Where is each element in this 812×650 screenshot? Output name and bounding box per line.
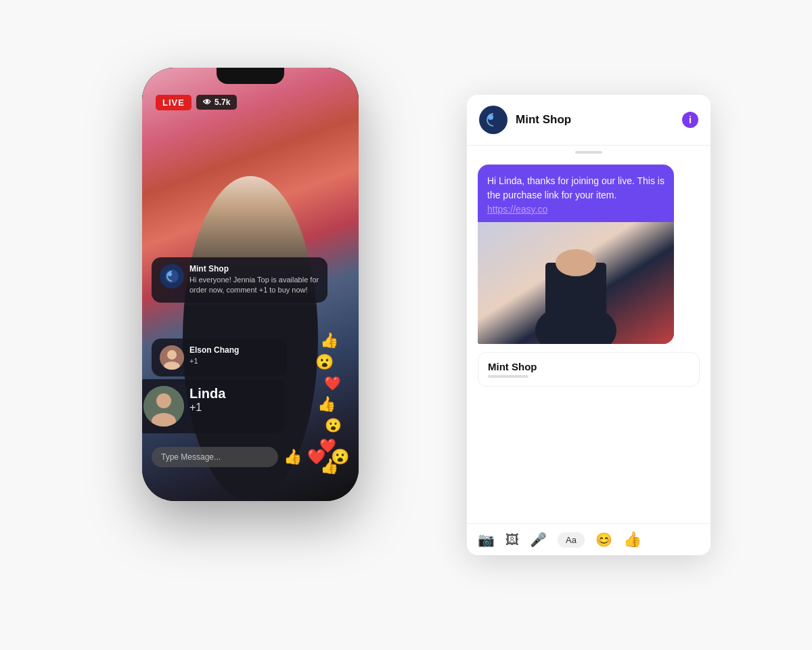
product-card: Mint Shop — [478, 352, 700, 387]
svg-point-3 — [167, 350, 177, 360]
eye-icon: 👁 — [203, 98, 211, 107]
avatar-elson — [160, 345, 184, 370]
info-button[interactable]: i — [682, 112, 698, 128]
comment-mint-shop: Mint Shop Hi everyone! Jennia Top is ava… — [152, 257, 328, 303]
like-icon[interactable]: 👍 — [623, 531, 641, 548]
reaction-thumbs-3: 👍 — [320, 458, 338, 475]
phone-screen: LIVE 👁 5.7k Mint Shop Hi everyone! Jen — [142, 68, 359, 501]
mic-icon[interactable]: 🎤 — [530, 532, 547, 548]
camera-icon[interactable]: 📷 — [478, 532, 495, 548]
reaction-thumbs-1: 👍 — [320, 332, 338, 349]
phone-message-input[interactable]: Type Message... — [152, 447, 278, 467]
linda-count: +1 — [189, 402, 276, 414]
viewers-count: 5.7k — [215, 98, 230, 107]
product-card-title: Mint Shop — [488, 361, 690, 372]
comment-linda: Linda +1 — [142, 379, 284, 433]
image-icon[interactable]: 🖼 — [505, 532, 519, 548]
chat-header: Mint Shop i — [467, 95, 710, 146]
chat-panel: Mint Shop i Hi Linda, thanks for joining… — [467, 95, 710, 555]
floating-reactions: 👍 😮 ❤️ 👍 😮 ❤️ 👍 — [317, 332, 342, 475]
elson-comment-text: +1 — [189, 356, 279, 366]
product-card-bar — [488, 375, 528, 378]
mint-comment-author: Mint Shop — [189, 264, 319, 274]
linda-comment-content: Linda +1 — [189, 386, 276, 414]
svg-point-1 — [168, 272, 172, 276]
reaction-heart-2: ❤️ — [319, 437, 336, 454]
elson-comment-content: Elson Chang +1 — [189, 345, 279, 366]
svg-point-9 — [488, 114, 493, 120]
svg-point-13 — [556, 249, 596, 276]
reaction-shocked-2: 😮 — [325, 417, 342, 433]
text-input-button[interactable]: Aa — [558, 532, 585, 548]
emoji-icon[interactable]: 😊 — [595, 532, 612, 548]
comment-elson: Elson Chang +1 — [152, 339, 287, 376]
mint-comment-text: Hi everyone! Jennia Top is available for… — [189, 275, 319, 296]
linda-name: Linda — [189, 386, 276, 402]
product-card-body: Mint Shop — [478, 353, 699, 386]
chat-footer: 📷 🖼 🎤 Aa 😊 👍 — [467, 523, 710, 555]
live-badge: LIVE — [156, 95, 191, 110]
mint-comment-content: Mint Shop Hi everyone! Jennia Top is ava… — [189, 264, 319, 296]
avatar-linda — [143, 386, 184, 427]
scene: LIVE 👁 5.7k Mint Shop Hi everyone! Jen — [102, 54, 710, 596]
chat-avatar — [479, 106, 508, 134]
avatar-mint-phone — [160, 264, 184, 288]
chat-body: Hi Linda, thanks for joining our live. T… — [467, 159, 710, 523]
svg-point-6 — [156, 393, 171, 408]
chat-divider — [575, 151, 602, 154]
chat-product-image — [478, 222, 674, 344]
phone-reaction-like[interactable]: 👍 — [284, 448, 302, 466]
reaction-heart-1: ❤️ — [324, 375, 341, 391]
viewers-badge: 👁 5.7k — [196, 95, 237, 110]
chat-message-bubble: Hi Linda, thanks for joining our live. T… — [478, 165, 674, 344]
chat-title: Mint Shop — [516, 113, 674, 127]
phone-notch — [217, 68, 284, 84]
chat-message-link[interactable]: https://easy.co — [487, 204, 547, 215]
phone-device: LIVE 👁 5.7k Mint Shop Hi everyone! Jen — [142, 68, 359, 501]
chat-message-text: Hi Linda, thanks for joining our live. T… — [487, 174, 664, 217]
reaction-shocked-1: 😮 — [315, 353, 334, 371]
reaction-thumbs-2: 👍 — [317, 395, 336, 413]
elson-comment-author: Elson Chang — [189, 345, 279, 355]
